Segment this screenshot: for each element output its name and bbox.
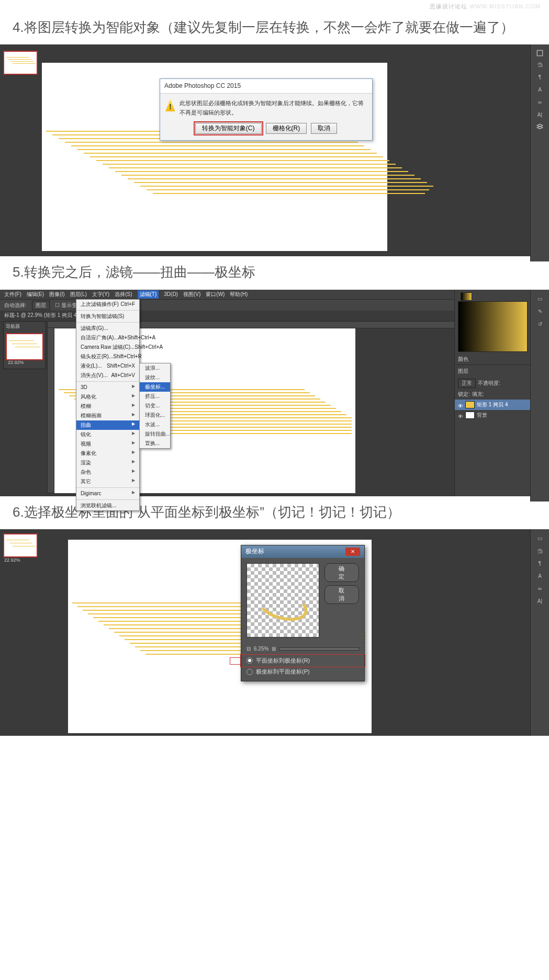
menu-distort[interactable]: 扭曲 bbox=[76, 420, 139, 430]
menu-filter[interactable]: 滤镜(T) bbox=[138, 290, 159, 299]
menu-digimarc[interactable]: Digimarc bbox=[76, 489, 139, 498]
scrollbar[interactable] bbox=[279, 647, 359, 651]
color-panel[interactable] bbox=[458, 301, 528, 352]
character-icon[interactable]: A bbox=[538, 86, 542, 94]
layers-tab[interactable]: 图层 bbox=[455, 364, 531, 378]
paragraph-icon[interactable]: ¶ bbox=[539, 560, 541, 568]
visibility-icon[interactable]: 👁 bbox=[458, 413, 463, 418]
link-icon[interactable]: ∞ bbox=[538, 98, 542, 107]
brush-icon[interactable]: ✎ bbox=[538, 307, 542, 316]
fill-label: 填充: bbox=[472, 390, 484, 398]
menu-filtergallery[interactable]: 滤镜库(G)... bbox=[76, 324, 139, 333]
radio-rect-to-polar[interactable]: 平面坐标到极坐标(R) bbox=[241, 655, 364, 667]
menu-other[interactable]: 其它 bbox=[76, 477, 139, 486]
menu-layer[interactable]: 图层(L) bbox=[70, 290, 87, 299]
menu-help[interactable]: 帮助(H) bbox=[230, 290, 248, 299]
layer-active[interactable]: 👁 矩形 1 拷贝 4 bbox=[455, 400, 531, 410]
layer-name-active: 矩形 1 拷贝 4 bbox=[477, 401, 508, 409]
navigator-panel[interactable]: 导航器 22.92% bbox=[3, 321, 46, 369]
menu-sharpen[interactable]: 锐化 bbox=[76, 430, 139, 439]
link-icon[interactable]: ∞ bbox=[538, 585, 542, 593]
visibility-icon[interactable]: 👁 bbox=[458, 402, 463, 407]
radio-off-icon bbox=[247, 669, 253, 675]
navigator-zoom[interactable]: 22.92% bbox=[4, 556, 20, 734]
menu-video[interactable]: 视频 bbox=[76, 439, 139, 449]
menu-noise[interactable]: 杂色 bbox=[76, 468, 139, 477]
menu-window[interactable]: 窗口(W) bbox=[206, 290, 225, 299]
submenu-pinch[interactable]: 挤压... bbox=[140, 392, 170, 401]
layer-bg[interactable]: 👁 背景 bbox=[455, 410, 531, 420]
menu-cameraraw[interactable]: Camera Raw 滤镜(C)...Shift+Ctrl+A bbox=[76, 343, 139, 352]
swatches-tab[interactable]: 颜色 bbox=[455, 354, 531, 364]
watermark: 思缘设计论坛 WWW.MISSYUAN.COM bbox=[0, 0, 549, 12]
menu-vanishing[interactable]: 消失点(V)...Alt+Ctrl+V bbox=[76, 371, 139, 380]
align-icon[interactable]: A| bbox=[537, 111, 542, 119]
menu-convert-smart-filter[interactable]: 转换为智能滤镜(S) bbox=[76, 312, 139, 321]
submenu-twirl[interactable]: 旋转扭曲... bbox=[140, 429, 170, 439]
svg-rect-0 bbox=[537, 50, 542, 55]
cancel-button[interactable]: 取消 bbox=[311, 123, 337, 134]
cancel-button[interactable]: 取消 bbox=[324, 585, 359, 604]
nav-thumbnail[interactable] bbox=[3, 51, 38, 75]
menu-liquify[interactable]: 液化(L)...Shift+Ctrl+X bbox=[76, 361, 139, 371]
screenshot-step5: 文件(F) 编辑(E) 图像(I) 图层(L) 文字(Y) 选择(S) 滤镜(T… bbox=[0, 290, 549, 496]
type-icon[interactable]: 刍 bbox=[537, 61, 543, 69]
filter-menu: 上次滤镜操作(F)Ctrl+F 转换为智能滤镜(S) 滤镜库(G)... 自适应… bbox=[76, 299, 140, 511]
menu-edit[interactable]: 编辑(E) bbox=[27, 290, 44, 299]
navigator-zoom[interactable]: 22.92% bbox=[8, 359, 24, 366]
align-icon[interactable]: A| bbox=[537, 597, 542, 606]
menu-render[interactable]: 渲染 bbox=[76, 458, 139, 468]
submenu-shear[interactable]: 切变... bbox=[140, 401, 170, 411]
docked-panel-icon[interactable] bbox=[536, 50, 543, 56]
convert-smartobject-button[interactable]: 转换为智能对象(C) bbox=[195, 123, 262, 134]
character-icon[interactable]: A bbox=[538, 572, 542, 580]
layers-icon[interactable] bbox=[536, 123, 543, 130]
menu-file[interactable]: 文件(F) bbox=[4, 290, 21, 299]
warning-icon bbox=[165, 99, 175, 111]
panels-right: 颜色 图层 正常 不透明度: 锁定:填充: 👁 矩形 1 拷贝 4 👁 背景 bbox=[454, 290, 531, 496]
menu-lenscorrect[interactable]: 镜头校正(R)...Shift+Ctrl+R bbox=[76, 352, 139, 361]
menu-3d[interactable]: 3D(D) bbox=[164, 290, 178, 299]
blend-mode-row: 正常 不透明度: bbox=[455, 378, 531, 389]
menu-select[interactable]: 选择(S) bbox=[115, 290, 132, 299]
nav-thumbnail[interactable] bbox=[3, 533, 38, 557]
submenu-ripple[interactable]: 波纹... bbox=[140, 373, 170, 382]
layer-name-bg: 背景 bbox=[477, 411, 487, 419]
history-icon[interactable]: ↺ bbox=[538, 320, 542, 328]
submenu-displace[interactable]: 置换... bbox=[140, 439, 170, 448]
type-icon[interactable]: 刍 bbox=[537, 547, 543, 555]
submenu-zigzag[interactable]: 水波... bbox=[140, 420, 170, 429]
menu-view[interactable]: 视图(V) bbox=[183, 290, 200, 299]
submenu-polar[interactable]: 极坐标... bbox=[140, 382, 170, 392]
radio-polar-to-rect[interactable]: 极坐标到平面坐标(P) bbox=[241, 666, 364, 678]
ruler-vertical[interactable] bbox=[47, 327, 54, 493]
submenu-spherize[interactable]: 球面化... bbox=[140, 411, 170, 420]
submenu-wave[interactable]: 波浪... bbox=[140, 363, 170, 373]
autoselect-label: 自动选择: bbox=[4, 301, 27, 310]
step-4-text: 4.将图层转换为智能对象（建议先复制一层在转换，不然一会炸了就要在做一遍了） bbox=[0, 12, 549, 45]
zoom-in-button[interactable]: ⊞ bbox=[272, 645, 276, 653]
menu-browse-online[interactable]: 浏览联机滤镜... bbox=[76, 501, 139, 510]
menu-type[interactable]: 文字(Y) bbox=[92, 290, 109, 299]
polar-dialog: 极坐标 ✕ 确定 取消 ⊟ 6.25% ⊞ 平面坐标到极坐标(R) 极坐标到平面… bbox=[241, 545, 365, 681]
autoselect-dropdown[interactable]: 图层 bbox=[32, 301, 50, 310]
lock-label: 锁定: bbox=[458, 390, 470, 398]
ok-button[interactable]: 确定 bbox=[324, 563, 359, 582]
menu-pixelate[interactable]: 像素化 bbox=[76, 449, 139, 458]
polar-preview[interactable] bbox=[247, 563, 319, 637]
close-icon[interactable]: ✕ bbox=[345, 548, 360, 556]
menu-blur[interactable]: 模糊 bbox=[76, 402, 139, 411]
menu-adaptive-wide[interactable]: 自适应广角(A)...Alt+Shift+Ctrl+A bbox=[76, 333, 139, 343]
menu-stylize[interactable]: 风格化 bbox=[76, 392, 139, 402]
paragraph-icon[interactable]: ¶ bbox=[539, 73, 541, 82]
docked-panel-icon[interactable]: ▭ bbox=[537, 534, 542, 543]
menu-blurgallery[interactable]: 模糊画廊 bbox=[76, 411, 139, 420]
rasterize-button[interactable]: 栅格化(R) bbox=[266, 123, 307, 134]
docked-panel-icon[interactable]: ▭ bbox=[537, 295, 542, 303]
blend-mode-dropdown[interactable]: 正常 bbox=[458, 379, 476, 388]
menu-lastfilter[interactable]: 上次滤镜操作(F)Ctrl+F bbox=[76, 300, 139, 309]
menu-3d[interactable]: 3D bbox=[76, 383, 139, 392]
zoom-value[interactable]: 6.25% bbox=[254, 645, 268, 653]
zoom-out-button[interactable]: ⊟ bbox=[247, 645, 251, 653]
menu-image[interactable]: 图像(I) bbox=[49, 290, 64, 299]
